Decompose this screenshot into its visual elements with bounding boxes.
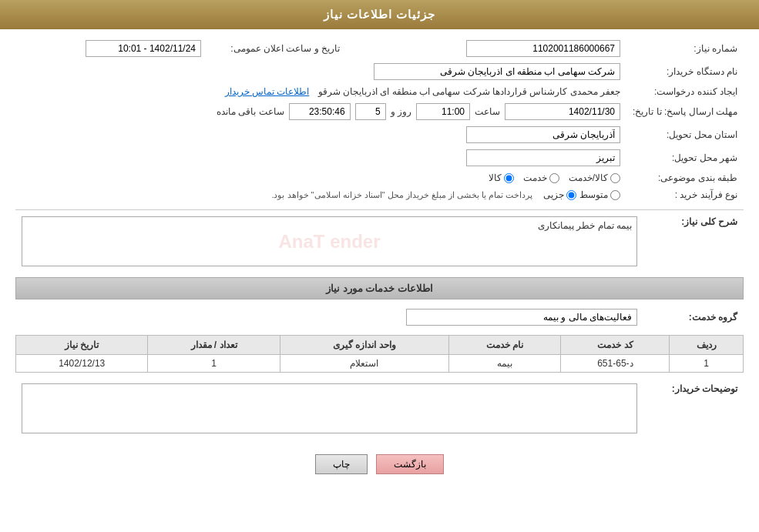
page-container: جزئیات اطلاعات نیاز شماره نیاز: تاریخ و …: [0, 0, 759, 532]
city-row: شهر محل تحویل:: [15, 146, 744, 169]
deadline-remaining-label: ساعت باقی مانده: [217, 106, 284, 117]
services-table-body: 1د-65-651بیمهاستعلام11402/12/13: [16, 355, 744, 373]
category-kala-khedmat[interactable]: کالا/خدمت: [569, 172, 620, 183]
deadline-remaining-input[interactable]: [289, 103, 351, 120]
process-jozi-label: جزیی: [543, 189, 564, 200]
category-value: کالا/خدمت خدمت کالا: [15, 169, 626, 186]
creator-value: جعفر محمدی کارشناس قراردادها شرکت سهامی …: [15, 83, 626, 100]
buyer-desc-row: توضیحات خریدار:: [15, 380, 744, 439]
need-number-value: [377, 37, 626, 60]
col-unit: واحد اندازه گیری: [280, 336, 448, 355]
services-table-header: ردیف کد خدمت نام خدمت واحد اندازه گیری ت…: [16, 336, 744, 355]
general-desc-label: شرح کلی نیاز:: [643, 213, 744, 230]
col-code: کد خدمت: [561, 336, 670, 355]
general-desc-row: شرح کلی نیاز: بیمه تمام خطر پیمانکاری An…: [15, 213, 744, 269]
date-announce-label: تاریخ و ساعت اعلان عمومی:: [207, 37, 346, 60]
general-desc-box: بیمه تمام خطر پیمانکاری AnaT ender: [22, 216, 637, 266]
category-kala-radio[interactable]: [504, 173, 514, 183]
category-kala-khedmat-label: کالا/خدمت: [569, 172, 608, 183]
deadline-days-label: روز و: [391, 106, 411, 117]
process-jozi-radio[interactable]: [566, 190, 576, 200]
category-radio-group: کالا/خدمت خدمت کالا: [22, 172, 620, 183]
province-row: استان محل تحویل:: [15, 123, 744, 146]
process-type-row: نوع فرآیند خرید : متوسط جزیی پرداخت تمام…: [15, 186, 744, 203]
province-input[interactable]: [466, 126, 620, 143]
col-quantity: تعداد / مقدار: [148, 336, 280, 355]
date-announce-input[interactable]: [86, 40, 201, 57]
page-header: جزئیات اطلاعات نیاز: [0, 0, 759, 29]
creator-row: ایجاد کننده درخواست: جعفر محمدی کارشناس …: [15, 83, 744, 100]
city-value: [15, 146, 626, 169]
creator-text: جعفر محمدی کارشناس قراردادها شرکت سهامی …: [318, 86, 620, 97]
category-row: طبقه بندی موضوعی: کالا/خدمت خدمت: [15, 169, 744, 186]
process-motavasset-radio[interactable]: [610, 190, 620, 200]
need-number-row: شماره نیاز: تاریخ و ساعت اعلان عمومی:: [15, 37, 744, 60]
deadline-time-row: ساعت روز و ساعت باقی مانده: [22, 103, 620, 120]
deadline-days-input[interactable]: [355, 103, 386, 120]
buyer-org-row: نام دستگاه خریدار:: [15, 60, 744, 83]
general-desc-value: بیمه تمام خطر پیمانکاری AnaT ender: [15, 213, 643, 269]
category-kala[interactable]: کالا: [489, 172, 514, 183]
city-input[interactable]: [466, 149, 620, 166]
buyer-desc-label: توضیحات خریدار:: [643, 380, 744, 397]
deadline-row: مهلت ارسال پاسخ: تا تاریخ: ساعت روز و سا…: [15, 100, 744, 123]
col-date: تاریخ نیاز: [16, 336, 148, 355]
category-khedmat-label: خدمت: [523, 172, 547, 183]
deadline-time-input[interactable]: [416, 103, 470, 120]
service-group-row: گروه خدمت:: [15, 306, 744, 329]
buyer-org-input[interactable]: [374, 63, 620, 80]
deadline-value: ساعت روز و ساعت باقی مانده: [15, 100, 626, 123]
deadline-date-input[interactable]: [505, 103, 620, 120]
main-content: شماره نیاز: تاریخ و ساعت اعلان عمومی: نا…: [0, 29, 759, 494]
category-khedmat[interactable]: خدمت: [523, 172, 559, 183]
services-header-row: ردیف کد خدمت نام خدمت واحد اندازه گیری ت…: [16, 336, 744, 355]
deadline-time-label: ساعت: [475, 106, 500, 117]
process-value: متوسط جزیی پرداخت تمام یا بخشی از مبلغ خ…: [15, 186, 626, 203]
col-name: نام خدمت: [449, 336, 561, 355]
general-desc-text: بیمه تمام خطر پیمانکاری: [538, 220, 632, 231]
cell-date: 1402/12/13: [16, 355, 148, 373]
cell-quantity: 1: [148, 355, 280, 373]
page-title: جزئیات اطلاعات نیاز: [324, 8, 435, 21]
buyer-desc-value: [15, 380, 643, 439]
col-row: ردیف: [670, 336, 744, 355]
process-motavasset[interactable]: متوسط: [579, 189, 620, 200]
services-section-header: اطلاعات خدمات مورد نیاز: [15, 277, 744, 299]
process-jozi[interactable]: جزیی: [543, 189, 576, 200]
date-announce-value: [15, 37, 207, 60]
category-kala-label: کالا: [489, 172, 502, 183]
service-group-value: [15, 306, 643, 329]
buyer-org-label: نام دستگاه خریدار:: [626, 60, 744, 83]
cell-name: بیمه: [449, 355, 561, 373]
watermark: AnaT ender: [278, 231, 380, 253]
category-kala-khedmat-radio[interactable]: [610, 173, 620, 183]
table-row: 1د-65-651بیمهاستعلام11402/12/13: [16, 355, 744, 373]
need-number-input[interactable]: [466, 40, 620, 57]
category-khedmat-radio[interactable]: [549, 173, 559, 183]
province-label: استان محل تحویل:: [626, 123, 744, 146]
buttons-row: بازگشت چاپ: [15, 447, 744, 486]
city-label: شهر محل تحویل:: [626, 146, 744, 169]
buyer-desc-textarea[interactable]: [22, 383, 637, 433]
print-button[interactable]: چاپ: [315, 454, 368, 474]
cell-unit: استعلام: [280, 355, 448, 373]
info-table: شماره نیاز: تاریخ و ساعت اعلان عمومی: نا…: [15, 37, 744, 203]
province-value: [15, 123, 626, 146]
creator-link[interactable]: اطلاعات تماس خریدار: [225, 86, 310, 97]
cell-row: 1: [670, 355, 744, 373]
cell-code: د-65-651: [561, 355, 670, 373]
process-label: نوع فرآیند خرید :: [626, 186, 744, 203]
need-number-label: شماره نیاز:: [626, 37, 744, 60]
deadline-label: مهلت ارسال پاسخ: تا تاریخ:: [626, 100, 744, 123]
back-button[interactable]: بازگشت: [376, 454, 444, 474]
creator-label: ایجاد کننده درخواست:: [626, 83, 744, 100]
process-type-group: متوسط جزیی پرداخت تمام یا بخشی از مبلغ خ…: [22, 189, 620, 200]
service-group-input[interactable]: [406, 309, 637, 326]
service-group-label: گروه خدمت:: [643, 309, 744, 326]
process-motavasset-label: متوسط: [579, 189, 608, 200]
services-table: ردیف کد خدمت نام خدمت واحد اندازه گیری ت…: [15, 335, 744, 373]
category-label: طبقه بندی موضوعی:: [626, 169, 744, 186]
buyer-org-value: [15, 60, 626, 83]
process-note: پرداخت تمام یا بخشی از مبلغ خریداز محل "…: [271, 190, 532, 200]
